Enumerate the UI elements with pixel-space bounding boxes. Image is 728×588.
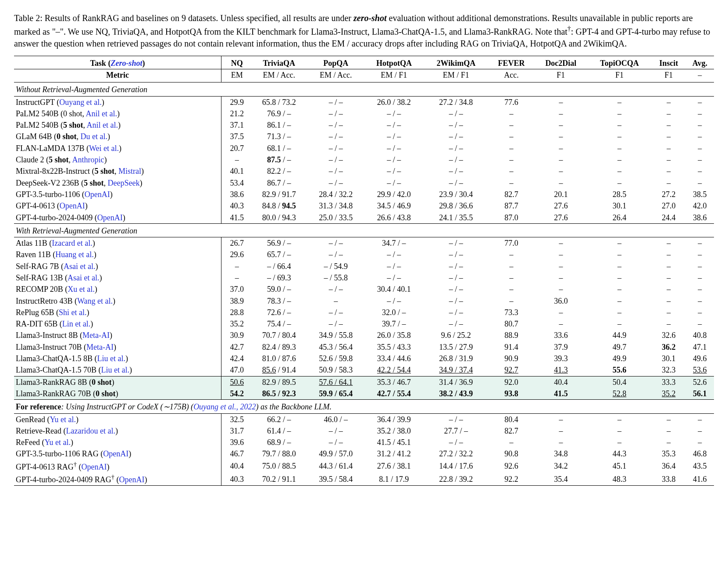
data-cell: – / –	[364, 177, 424, 189]
data-cell: 27.6 / 38.1	[364, 460, 424, 473]
citation-link[interactable]: Xu et al.	[68, 285, 94, 294]
data-cell: 35.5 / 43.3	[364, 341, 424, 353]
table-row: Llama3-Instruct 8B (Meta-AI)30.970.7 / 8…	[14, 330, 714, 341]
data-cell: 92.7	[489, 364, 535, 376]
table-row: Retrieve-Read (Lazaridou et al.)31.761.4…	[14, 425, 714, 437]
data-cell: –	[652, 437, 686, 448]
data-cell: – / –	[307, 249, 364, 260]
citation-link[interactable]: Asai et al.	[64, 262, 95, 271]
data-cell: 75.0 / 88.5	[250, 460, 307, 473]
data-cell: –	[587, 119, 652, 131]
data-cell: –	[489, 108, 535, 119]
data-cell: 57.6 / 64.1	[307, 376, 364, 388]
citation-link[interactable]: OpenAI	[103, 449, 128, 458]
data-cell: 44.3 / 61.4	[307, 460, 364, 473]
citation-link[interactable]: Asai et al.	[68, 273, 99, 282]
data-cell: 33.4 / 44.6	[364, 353, 424, 364]
citation-link[interactable]: OpenAI	[60, 201, 85, 210]
data-cell: – / –	[364, 108, 424, 119]
data-cell: 40.3	[221, 200, 250, 212]
citation-link[interactable]: Huang et al.	[55, 250, 93, 259]
section-reference-body: GenRead (Yu et al.)32.566.2 / –46.0 / –3…	[14, 413, 714, 486]
data-cell: –	[489, 437, 535, 448]
data-cell: 26.6 / 43.8	[364, 212, 424, 224]
data-cell: 41.5 / 45.1	[364, 437, 424, 448]
data-cell: 28.5	[587, 189, 652, 200]
citation-link[interactable]: Izacard et al.	[52, 239, 92, 247]
data-cell: –	[587, 437, 652, 448]
citation-link[interactable]: DeepSeek	[107, 179, 139, 187]
model-name: Mixtral-8x22B-Instruct (5 shot, Mistral)	[14, 165, 221, 177]
task-header: Task (Zero-shot)	[14, 56, 221, 69]
section-rankrag-body: Llama3-RankRAG 8B (0 shot)50.682.9 / 89.…	[14, 376, 714, 400]
data-cell: 52.6	[686, 376, 714, 388]
citation-link[interactable]: Anthropic	[72, 155, 104, 164]
citation-link[interactable]: OpenAI	[97, 213, 123, 222]
data-cell: 27.2 / 34.8	[424, 96, 488, 108]
citation-link[interactable]: Wei et al.	[89, 144, 119, 153]
citation-link[interactable]: OpenAI	[85, 190, 110, 199]
ref-cite[interactable]: Ouyang et al., 2022	[193, 402, 256, 411]
citation-link[interactable]: Du et al.	[81, 132, 107, 141]
results-table: Task (Zero-shot) NQ TriviaQA PopQA Hotpo…	[14, 56, 714, 486]
data-cell: – / –	[364, 154, 424, 165]
data-cell: 20.1	[535, 189, 587, 200]
citation-link[interactable]: Lin et al.	[62, 319, 90, 328]
citation-link[interactable]: Yu et al.	[50, 415, 75, 424]
data-cell: –	[535, 177, 587, 189]
data-cell: –	[489, 165, 535, 177]
data-cell: –	[686, 96, 714, 108]
data-cell: –	[587, 283, 652, 295]
model-name: Llama3-Instruct 70B (Meta-AI)	[14, 341, 221, 353]
data-cell: – / –	[424, 413, 488, 425]
data-cell: 84.8 / 94.5	[250, 200, 307, 212]
data-cell: –	[535, 237, 587, 249]
data-cell: –	[652, 237, 686, 249]
data-cell: –	[221, 261, 250, 272]
data-cell: 40.3	[221, 473, 250, 486]
citation-link[interactable]: Liu et al.	[97, 354, 125, 363]
data-cell: –	[587, 272, 652, 283]
model-name: GPT-4-turbo-2024-0409 RAG† (OpenAI)	[14, 473, 221, 486]
data-cell: – / –	[424, 131, 488, 142]
data-cell: –	[535, 143, 587, 154]
citation-link[interactable]: Mistral	[118, 167, 141, 176]
data-cell: –	[489, 131, 535, 142]
citation-link[interactable]: OpenAI	[119, 475, 145, 484]
data-cell: 86.7 / –	[250, 177, 307, 189]
citation-link[interactable]: Meta-AI	[86, 343, 114, 351]
data-cell: –	[686, 165, 714, 177]
data-cell: 35.2	[221, 318, 250, 330]
citation-link[interactable]: Anil et al.	[87, 121, 118, 129]
section-with-rag-body: Atlas 11B (Izacard et al.)26.756.9 / –– …	[14, 237, 714, 376]
data-cell: 43.5	[686, 460, 714, 473]
data-cell: – / –	[364, 295, 424, 307]
model-name: RePlug 65B (Shi et al.)	[14, 307, 221, 318]
table-row: InstructRetro 43B (Wang et al.)38.978.3 …	[14, 295, 714, 307]
data-cell: 29.8 / 36.6	[424, 200, 488, 212]
data-cell: 29.6	[221, 249, 250, 260]
data-cell: 70.2 / 91.1	[250, 473, 307, 486]
data-cell: 54.2	[221, 388, 250, 400]
citation-link[interactable]: Lazaridou et al.	[66, 427, 115, 435]
zero-shot-link[interactable]: Zero-shot	[111, 59, 142, 68]
model-name: InstructGPT (Ouyang et al.)	[14, 96, 221, 108]
citation-link[interactable]: Yu et al.	[44, 438, 70, 447]
data-cell: – / –	[307, 119, 364, 131]
data-cell: 37.9	[535, 341, 587, 353]
data-cell: –	[652, 413, 686, 425]
data-cell: – / –	[364, 261, 424, 272]
citation-link[interactable]: Anil et al.	[86, 109, 117, 118]
citation-link[interactable]: Shi et al.	[59, 308, 87, 317]
data-cell: 53.4	[221, 177, 250, 189]
citation-link[interactable]: Ouyang et al.	[59, 98, 101, 107]
data-cell: 52.6 / 59.8	[307, 353, 364, 364]
citation-link[interactable]: Wang et al.	[77, 297, 113, 305]
dagger-symbol: †	[567, 25, 571, 32]
data-cell: –	[535, 437, 587, 448]
citation-link[interactable]: Liu et al.	[101, 366, 129, 374]
data-cell: –	[686, 177, 714, 189]
data-cell: –	[652, 131, 686, 142]
citation-link[interactable]: Meta-AI	[82, 331, 110, 340]
citation-link[interactable]: OpenAI	[82, 463, 107, 471]
